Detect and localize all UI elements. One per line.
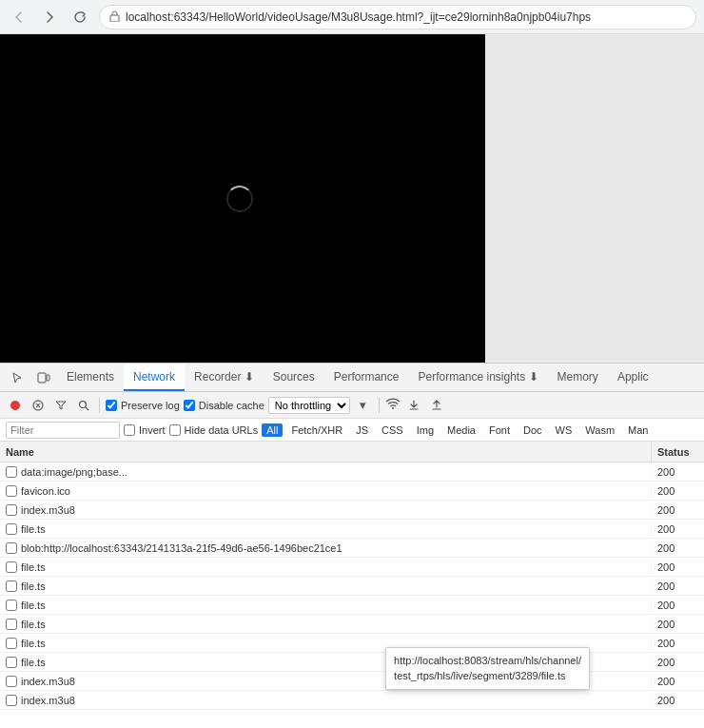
- cursor-icon[interactable]: [4, 364, 30, 391]
- row-name-cell: blob:http://localhost:63343/2141313a-21f…: [0, 542, 652, 554]
- tab-memory[interactable]: Memory: [548, 364, 608, 391]
- filter-font[interactable]: Font: [484, 423, 515, 437]
- record-button[interactable]: [6, 396, 25, 415]
- row-status-cell: 200: [652, 600, 704, 611]
- address-bar[interactable]: localhost:63343/HelloWorld/videoUsage/M3…: [99, 5, 696, 30]
- hide-data-label[interactable]: Hide data URLs: [169, 424, 259, 436]
- filter-css[interactable]: CSS: [377, 423, 408, 437]
- row-status-cell: 200: [652, 485, 704, 497]
- throttle-dropdown[interactable]: ▾: [354, 396, 373, 415]
- row-select-checkbox[interactable]: [6, 542, 17, 554]
- row-status-cell: 200: [652, 504, 704, 516]
- separator-1: [99, 398, 100, 413]
- row-select-checkbox[interactable]: [6, 695, 17, 706]
- filter-doc[interactable]: Doc: [518, 423, 547, 437]
- table-row[interactable]: data:image/png;base... 200: [0, 462, 704, 482]
- row-name-cell: favicon.ico: [0, 485, 652, 497]
- row-name-text: favicon.ico: [21, 485, 70, 497]
- throttle-select[interactable]: No throttling: [268, 397, 350, 414]
- main-area: Elements Network Recorder ⬇ Sources Perf…: [0, 34, 704, 728]
- tab-sources[interactable]: Sources: [264, 364, 324, 391]
- row-status-cell: 200: [652, 676, 704, 687]
- row-select-checkbox[interactable]: [6, 657, 17, 668]
- search-button[interactable]: [74, 396, 93, 415]
- tab-elements[interactable]: Elements: [57, 364, 124, 391]
- filter-wasm[interactable]: Wasm: [580, 423, 619, 437]
- row-select-checkbox[interactable]: [6, 485, 17, 497]
- row-name-text: file.ts: [21, 580, 46, 592]
- svg-rect-1: [38, 373, 46, 383]
- table-header: Name Status: [0, 442, 704, 462]
- row-select-checkbox[interactable]: [6, 600, 17, 611]
- table-row[interactable]: index.m3u8 200: [0, 501, 704, 520]
- row-name-cell: file.ts: [0, 619, 652, 630]
- filter-media[interactable]: Media: [442, 423, 480, 437]
- filter-js[interactable]: JS: [351, 423, 373, 437]
- row-select-checkbox[interactable]: [6, 561, 17, 573]
- table-row[interactable]: file.ts 200: [0, 577, 704, 596]
- preserve-log-checkbox[interactable]: [106, 400, 117, 411]
- table-row[interactable]: file.ts 200: [0, 558, 704, 577]
- row-select-checkbox[interactable]: [6, 676, 17, 687]
- row-select-checkbox[interactable]: [6, 580, 17, 592]
- filter-man[interactable]: Man: [623, 423, 653, 437]
- table-row[interactable]: blob:http://localhost:63343/2141313a-21f…: [0, 539, 704, 558]
- tab-recorder[interactable]: Recorder ⬇: [185, 364, 264, 391]
- table-row[interactable]: file.ts 200: [0, 596, 704, 615]
- wifi-icon: [385, 398, 401, 412]
- device-icon[interactable]: [30, 364, 57, 391]
- url-tooltip: http://localhost:8083/stream/hls/channel…: [385, 647, 590, 690]
- spinner-ring: [226, 186, 253, 212]
- tab-performance[interactable]: Performance: [324, 364, 409, 391]
- filter-ws[interactable]: WS: [551, 423, 577, 437]
- table-row[interactable]: file.ts 200: [0, 653, 704, 672]
- page-content: [0, 34, 704, 363]
- tab-applic[interactable]: Applic: [608, 364, 658, 391]
- table-row[interactable]: favicon.ico 200: [0, 482, 704, 501]
- table-row[interactable]: file.ts 200: [0, 520, 704, 539]
- row-name-text: file.ts: [21, 619, 46, 630]
- filter-icon-button[interactable]: [51, 396, 70, 415]
- tab-performance-insights[interactable]: Performance insights ⬇: [408, 364, 547, 391]
- filter-fetch-xhr[interactable]: Fetch/XHR: [286, 423, 347, 437]
- row-name-text: index.m3u8: [21, 695, 75, 706]
- row-select-checkbox[interactable]: [6, 638, 17, 649]
- table-row[interactable]: index.m3u8 200: [0, 672, 704, 691]
- row-name-cell: file.ts: [0, 523, 652, 535]
- back-button[interactable]: [8, 6, 30, 29]
- row-select-checkbox[interactable]: [6, 619, 17, 630]
- video-spinner: [226, 186, 253, 212]
- url-text: localhost:63343/HelloWorld/videoUsage/M3…: [126, 10, 591, 24]
- invert-label[interactable]: Invert: [124, 424, 166, 436]
- disable-cache-label[interactable]: Disable cache: [184, 400, 264, 411]
- import-button[interactable]: [404, 396, 423, 415]
- row-name-text: file.ts: [21, 523, 46, 535]
- filter-img[interactable]: Img: [412, 423, 439, 437]
- row-status-cell: 200: [652, 523, 704, 535]
- filter-input[interactable]: [6, 422, 120, 439]
- table-row[interactable]: file.ts 200: [0, 634, 704, 653]
- reload-button[interactable]: [68, 6, 91, 29]
- page-right-area: [485, 34, 704, 363]
- table-row[interactable]: file.ts 200: [0, 615, 704, 634]
- row-status-cell: 200: [652, 466, 704, 478]
- row-select-checkbox[interactable]: [6, 504, 17, 516]
- disable-cache-checkbox[interactable]: [184, 400, 195, 411]
- row-select-checkbox[interactable]: [6, 466, 17, 478]
- hide-data-checkbox[interactable]: [169, 424, 181, 436]
- tab-network[interactable]: Network: [124, 364, 185, 391]
- invert-checkbox[interactable]: [124, 424, 135, 436]
- filter-all[interactable]: All: [262, 423, 283, 437]
- row-name-cell: index.m3u8: [0, 504, 652, 516]
- row-name-cell: data:image/png;base...: [0, 466, 652, 478]
- stop-button[interactable]: [29, 396, 48, 415]
- svg-point-3: [10, 401, 20, 410]
- row-select-checkbox[interactable]: [6, 523, 17, 535]
- row-name-cell: file.ts: [0, 600, 652, 611]
- table-row[interactable]: index.m3u8 200: [0, 691, 704, 710]
- export-button[interactable]: [427, 396, 446, 415]
- forward-button[interactable]: [38, 6, 61, 29]
- row-name-text: index.m3u8: [21, 676, 75, 687]
- row-name-text: file.ts: [21, 561, 46, 573]
- preserve-log-label[interactable]: Preserve log: [106, 400, 180, 411]
